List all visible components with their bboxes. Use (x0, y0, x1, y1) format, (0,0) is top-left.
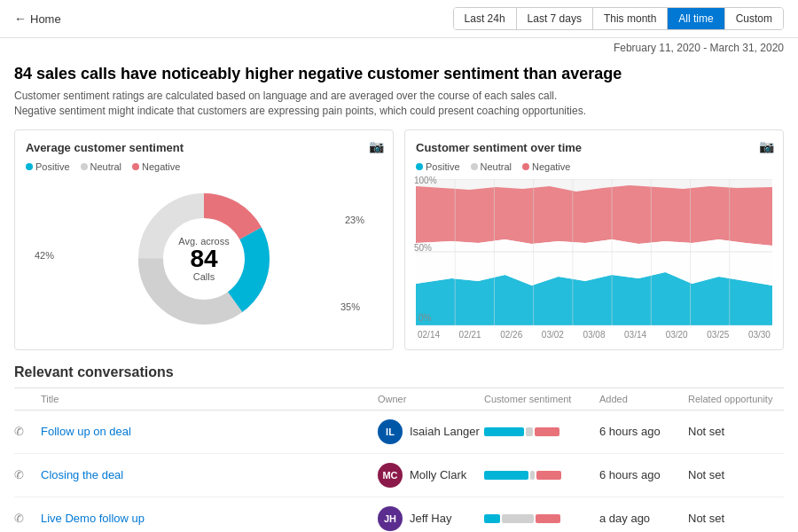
row3-title[interactable]: Live Demo follow up (41, 512, 378, 525)
x-label-0325: 03/25 (707, 330, 729, 340)
row1-sent-pos (484, 427, 524, 436)
sentiment-over-time-card: Customer sentiment over time 📷 Positive … (404, 129, 784, 350)
back-label: Home (30, 12, 61, 26)
col-header-icon (14, 394, 41, 404)
filter-thismonth[interactable]: This month (593, 8, 668, 29)
row2-added: 6 hours ago (599, 468, 688, 481)
filter-last7days[interactable]: Last 7 days (517, 8, 593, 29)
export-icon-time[interactable]: 📷 (759, 139, 774, 153)
row3-sent-pos (484, 514, 500, 523)
svg-marker-6 (416, 185, 772, 246)
pct-negative-label: 42% (35, 250, 54, 261)
avg-sentiment-legend: Positive Neutral Negative (26, 161, 382, 172)
y-label-50: 50% (414, 243, 432, 253)
row3-sent-neu (502, 514, 534, 523)
row2-sent-pos (484, 471, 528, 480)
conversations-title: Relevant conversations (14, 364, 784, 380)
avg-sentiment-title: Average customer sentiment (26, 141, 382, 154)
row2-sent-neu (530, 471, 535, 480)
back-link[interactable]: ← Home (14, 12, 61, 26)
filter-alltime[interactable]: All time (668, 8, 724, 29)
time-legend-positive: Positive (416, 161, 460, 172)
area-chart: 02/14 02/21 02/26 03/02 03/08 03/14 03/2… (416, 179, 772, 339)
row3-avatar: JH (378, 506, 403, 531)
row2-owner: MC Molly Clark (378, 463, 484, 488)
subtext: Customer sentiment ratings are calculate… (14, 89, 784, 119)
row3-owner-name: Jeff Hay (410, 512, 451, 525)
time-sentiment-legend: Positive Neutral Negative (416, 161, 772, 172)
row1-owner: IL Isaiah Langer (378, 419, 484, 444)
area-chart-svg (416, 179, 772, 325)
back-arrow-icon: ← (14, 12, 27, 26)
table-header: Title Owner Customer sentiment Added Rel… (14, 388, 784, 411)
row2-opportunity: Not set (688, 468, 798, 481)
row3-opportunity: Not set (688, 512, 798, 525)
x-label-0330: 03/30 (748, 330, 771, 340)
filter-custom[interactable]: Custom (725, 8, 783, 29)
row1-title[interactable]: Follow up on deal (41, 425, 378, 438)
donut-calls-label: Calls (178, 271, 229, 282)
subtext-line1: Customer sentiment ratings are calculate… (14, 89, 784, 104)
col-header-owner: Owner (378, 394, 484, 404)
col-header-sentiment: Customer sentiment (484, 394, 599, 404)
page-title: 84 sales calls have noticeably higher ne… (14, 65, 784, 83)
row2-avatar: MC (378, 463, 403, 488)
x-label-0320: 03/20 (666, 330, 688, 340)
y-label-100: 100% (414, 176, 437, 185)
row1-phone-icon: ✆ (14, 425, 41, 438)
time-filter-group: Last 24h Last 7 days This month All time… (453, 7, 784, 30)
table-row: ✆ Live Demo follow up JH Jeff Hay a day … (14, 497, 784, 532)
x-label-0302: 03/02 (542, 330, 564, 340)
subtext-line2: Negative sentiment might indicate that c… (14, 104, 784, 119)
x-axis-labels: 02/14 02/21 02/26 03/02 03/08 03/14 03/2… (416, 330, 772, 340)
row1-owner-name: Isaiah Langer (410, 425, 480, 438)
main-content: 84 sales calls have noticeably higher ne… (0, 58, 798, 532)
row1-sentiment (484, 427, 599, 436)
x-label-0226: 02/26 (500, 330, 522, 340)
legend-negative: Negative (132, 161, 180, 172)
time-legend-neutral: Neutral (471, 161, 512, 172)
row3-sentiment (484, 514, 599, 523)
row3-sent-neg (536, 514, 560, 523)
charts-row: Average customer sentiment 📷 Positive Ne… (14, 129, 784, 350)
row1-avatar: IL (378, 419, 403, 444)
row3-phone-icon: ✆ (14, 512, 41, 525)
table-row: ✆ Follow up on deal IL Isaiah Langer 6 h… (14, 411, 784, 454)
pct-positive-label: 23% (345, 215, 364, 225)
x-label-0314: 03/14 (624, 330, 646, 340)
sentiment-over-time-title: Customer sentiment over time (416, 141, 772, 154)
row2-title[interactable]: Closing the deal (41, 468, 378, 481)
x-label-0214: 02/14 (418, 330, 440, 340)
export-icon-avg[interactable]: 📷 (369, 139, 384, 153)
row2-sent-neg (536, 471, 561, 480)
date-range: February 11, 2020 - March 31, 2020 (0, 38, 798, 58)
donut-number: 84 (178, 246, 229, 271)
conversations-section: Relevant conversations Title Owner Custo… (14, 364, 784, 532)
row2-sentiment (484, 471, 599, 480)
legend-neutral: Neutral (81, 161, 121, 172)
row2-phone-icon: ✆ (14, 468, 41, 481)
legend-positive: Positive (26, 161, 70, 172)
row1-sent-neg (535, 427, 559, 436)
row3-added: a day ago (599, 512, 688, 525)
row1-added: 6 hours ago (599, 425, 688, 438)
x-label-0308: 03/08 (583, 330, 605, 340)
filter-last24h[interactable]: Last 24h (454, 8, 517, 29)
row1-opportunity: Not set (688, 425, 798, 438)
table-row: ✆ Closing the deal MC Molly Clark 6 hour… (14, 454, 784, 497)
col-header-added: Added (599, 394, 688, 404)
pct-neutral-label: 35% (340, 301, 360, 312)
x-label-0221: 02/21 (459, 330, 481, 340)
svg-marker-7 (416, 272, 772, 325)
row1-sent-neu (526, 427, 533, 436)
donut-chart-container: Avg. across 84 Calls 23% 42% 35% (26, 179, 382, 339)
y-label-0: 0% (419, 313, 431, 323)
donut-label: Avg. across 84 Calls (178, 236, 229, 282)
row3-owner: JH Jeff Hay (378, 506, 484, 531)
conversations-table: Title Owner Customer sentiment Added Rel… (14, 387, 784, 532)
col-header-opportunity: Related opportunity (688, 394, 798, 404)
avg-sentiment-card: Average customer sentiment 📷 Positive Ne… (14, 129, 394, 350)
row2-owner-name: Molly Clark (410, 468, 466, 481)
time-legend-negative: Negative (522, 161, 570, 172)
header: ← Home Last 24h Last 7 days This month A… (0, 0, 798, 38)
